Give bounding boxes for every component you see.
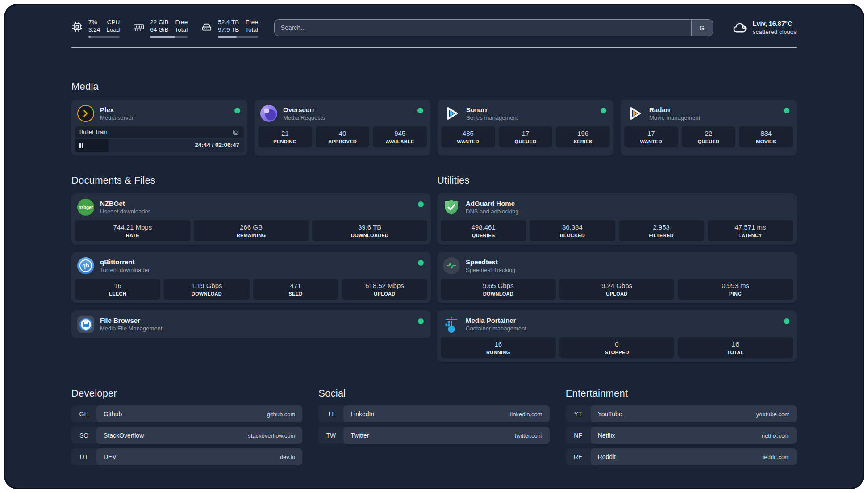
service-card-nzbget[interactable]: nzbget NZBGet Usenet downloader 744.21 M… xyxy=(71,193,431,245)
bookmark-name: Netflix xyxy=(598,432,615,439)
disk-label-1: Free xyxy=(245,18,258,26)
service-name: Radarr xyxy=(649,105,700,114)
disk-icon xyxy=(201,21,213,33)
media-grid: Plex Media server Bullet Train xyxy=(71,100,797,156)
cloud-icon xyxy=(732,20,747,35)
bookmark-url: stackoverflow.com xyxy=(248,432,295,439)
service-description: Media server xyxy=(100,114,134,121)
filebrowser-icon xyxy=(77,315,95,333)
playback-progress-bar[interactable]: 24:44 / 02:06:47 xyxy=(75,139,244,152)
bookmark-youtube[interactable]: YT YouTube youtube.com xyxy=(566,405,797,422)
camera-icon[interactable] xyxy=(232,129,239,136)
section-title-social: Social xyxy=(318,388,549,399)
memory-free: 22 GiB xyxy=(150,18,168,26)
qbittorrent-icon: qb xyxy=(77,257,95,275)
stat-available: 945AVAILABLE xyxy=(373,126,427,147)
pause-icon[interactable] xyxy=(79,143,83,148)
cpu-icon xyxy=(71,21,83,33)
bookmark-group-social: Social LI LinkedIn linkedin.com TW Twitt… xyxy=(318,388,549,470)
service-description: Media File Management xyxy=(100,325,162,332)
bookmark-group-developer: Developer GH Github github.com SO StackO… xyxy=(71,388,302,470)
status-dot xyxy=(784,318,789,324)
adguard-icon xyxy=(442,198,460,216)
search-provider-button[interactable]: G xyxy=(691,20,713,36)
status-dot xyxy=(234,108,240,113)
bookmark-group-entertainment: Entertainment YT YouTube youtube.com NF … xyxy=(566,388,797,470)
search-input[interactable] xyxy=(275,20,691,36)
status-dot xyxy=(784,108,789,113)
plex-chevron-icon xyxy=(81,109,91,118)
bookmark-abbr: DT xyxy=(71,448,96,465)
bookmark-github[interactable]: GH Github github.com xyxy=(71,405,302,422)
bookmark-dev[interactable]: DT DEV dev.to xyxy=(71,448,302,465)
service-card-adguard[interactable]: AdGuard Home DNS and adblocking 498,461Q… xyxy=(437,193,797,245)
status-dot xyxy=(418,260,424,266)
bookmark-linkedin[interactable]: LI LinkedIn linkedin.com xyxy=(318,405,549,422)
stat-wanted: 17WANTED xyxy=(624,126,678,147)
service-card-radarr[interactable]: Radarr Movie management 17WANTED 22QUEUE… xyxy=(621,100,797,156)
stat-series: 196SERIES xyxy=(556,126,610,147)
bookmark-abbr: SO xyxy=(71,427,96,444)
plex-icon xyxy=(77,104,95,122)
bookmark-name: Reddit xyxy=(598,453,616,460)
bookmark-abbr: GH xyxy=(71,405,96,422)
memory-widget: 22 GiB 64 GiB Free Total xyxy=(133,18,188,38)
disk-free: 52.4 TB xyxy=(218,18,239,26)
stat-running: 16RUNNING xyxy=(441,337,556,358)
bookmark-name: Github xyxy=(104,410,122,418)
service-name: Speedtest xyxy=(466,258,515,266)
service-card-speedtest[interactable]: Speedtest Speedtest Tracking 9.65 GbpsDO… xyxy=(437,252,797,303)
stat-rate: 744.21 MbpsRATE xyxy=(75,220,190,241)
playback-time: 24:44 / 02:06:47 xyxy=(195,142,239,148)
bookmark-url: youtube.com xyxy=(756,411,789,418)
service-description: Usenet downloader xyxy=(100,208,150,215)
service-description: Series management xyxy=(466,114,518,121)
stat-seed: 471SEED xyxy=(253,279,338,300)
disk-label-2: Total xyxy=(245,26,258,33)
bookmark-url: twitter.com xyxy=(515,432,542,439)
bookmark-netflix[interactable]: NF Netflix netflix.com xyxy=(566,427,797,444)
stat-blocked: 86,384BLOCKED xyxy=(530,220,615,241)
memory-total: 64 GiB xyxy=(150,26,168,33)
stat-movies: 834MOVIES xyxy=(739,126,793,147)
stat-ping: 0.993 msPING xyxy=(678,279,793,300)
bookmark-name: StackOverflow xyxy=(104,432,144,439)
stat-downloaded: 39.6 TBDOWNLOADED xyxy=(312,220,427,241)
stat-total: 16TOTAL xyxy=(678,337,793,358)
stat-leech: 16LEECH xyxy=(75,279,160,300)
bookmark-url: github.com xyxy=(267,411,296,418)
cpu-widget: 7% 3.24 CPU Load xyxy=(71,18,120,38)
stat-download: 9.65 GbpsDOWNLOAD xyxy=(441,279,556,300)
stat-stopped: 0STOPPED xyxy=(559,337,675,358)
stat-queries: 498,461QUERIES xyxy=(441,220,526,241)
service-description: Media Requests xyxy=(283,114,325,121)
dashboard-window: 7% 3.24 CPU Load xyxy=(5,5,863,488)
bookmark-abbr: YT xyxy=(566,405,591,422)
service-card-portainer[interactable]: Media Portainer Container management 16R… xyxy=(437,310,797,362)
service-card-overseerr[interactable]: Overseerr Media Requests 21PENDING 40APP… xyxy=(255,100,430,156)
service-card-qbittorrent[interactable]: qb qBittorrent Torrent downloader 16LEEC… xyxy=(71,252,431,303)
bookmark-twitter[interactable]: TW Twitter twitter.com xyxy=(318,427,549,444)
bookmark-name: LinkedIn xyxy=(351,410,374,418)
bookmark-abbr: TW xyxy=(318,427,343,444)
service-card-sonarr[interactable]: Sonarr Series management 485WANTED 17QUE… xyxy=(438,100,613,156)
bookmark-url: reddit.com xyxy=(762,454,789,460)
weather-widget[interactable]: Lviv, 16.87°C scattered clouds xyxy=(732,20,797,36)
memory-progress xyxy=(150,36,188,38)
service-name: Media Portainer xyxy=(466,316,526,325)
service-card-filebrowser[interactable]: File Browser Media File Management xyxy=(71,310,431,338)
cpu-label-2: Load xyxy=(106,26,120,33)
stat-upload: 9.24 GbpsUPLOAD xyxy=(559,279,675,300)
bookmark-reddit[interactable]: RE Reddit reddit.com xyxy=(566,448,797,465)
stat-pending: 21PENDING xyxy=(258,126,312,147)
service-name: Plex xyxy=(100,105,134,114)
disk-progress xyxy=(218,36,258,38)
now-playing-title: Bullet Train xyxy=(79,129,108,135)
service-card-plex[interactable]: Plex Media server Bullet Train xyxy=(71,100,247,156)
section-title-utilities: Utilities xyxy=(437,175,797,186)
bookmark-url: linkedin.com xyxy=(510,411,542,418)
bookmark-name: Twitter xyxy=(351,432,369,439)
portainer-icon xyxy=(442,315,460,333)
bookmark-stackoverflow[interactable]: SO StackOverflow stackoverflow.com xyxy=(71,427,302,444)
stat-upload: 618.52 MbpsUPLOAD xyxy=(342,279,427,300)
